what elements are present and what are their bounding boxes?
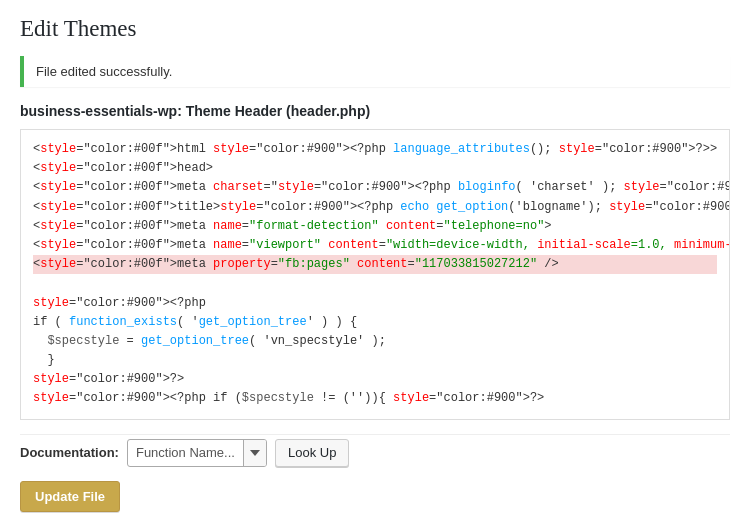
code-line: style="color:#900"><?php xyxy=(33,294,717,313)
lookup-button[interactable]: Look Up xyxy=(275,439,349,467)
update-file-button[interactable]: Update File xyxy=(20,481,120,512)
code-line: } xyxy=(33,351,717,370)
function-select-wrap[interactable]: Function Name... xyxy=(127,439,267,467)
code-line: if ( function_exists( 'get_option_tree' … xyxy=(33,313,717,332)
code-line xyxy=(33,274,717,293)
main-wrap: Edit Themes File edited successfully. bu… xyxy=(0,0,750,531)
page-title: Edit Themes xyxy=(20,16,730,42)
dropdown-arrow-icon xyxy=(250,448,260,458)
code-line: <style="color:#00f">html style="color:#9… xyxy=(33,140,717,159)
code-line: <style="color:#00f">meta property="fb:pa… xyxy=(33,255,717,274)
code-line: <style="color:#00f">meta charset="style=… xyxy=(33,178,717,197)
documentation-label: Documentation: xyxy=(20,445,119,460)
notice-message: File edited successfully. xyxy=(36,64,718,79)
file-header: business-essentials-wp: Theme Header (he… xyxy=(20,103,730,119)
code-line: $specstyle = get_option_tree( 'vn_specst… xyxy=(33,332,717,351)
success-notice: File edited successfully. xyxy=(20,56,730,87)
code-line: <style="color:#00f">meta name="viewport"… xyxy=(33,236,717,255)
code-line: <style="color:#00f">title>style="color:#… xyxy=(33,198,717,217)
code-line: <style="color:#00f">meta name="format-de… xyxy=(33,217,717,236)
chevron-down-icon[interactable] xyxy=(243,440,266,466)
code-line: style="color:#900">?> xyxy=(33,370,717,389)
code-line: style="color:#900"><?php if ($specstyle … xyxy=(33,389,717,408)
function-select-text: Function Name... xyxy=(128,445,243,460)
documentation-row: Documentation: Function Name... Look Up xyxy=(20,434,730,467)
code-editor[interactable]: <style="color:#00f">html style="color:#9… xyxy=(20,129,730,420)
code-line: <style="color:#00f">head> xyxy=(33,159,717,178)
